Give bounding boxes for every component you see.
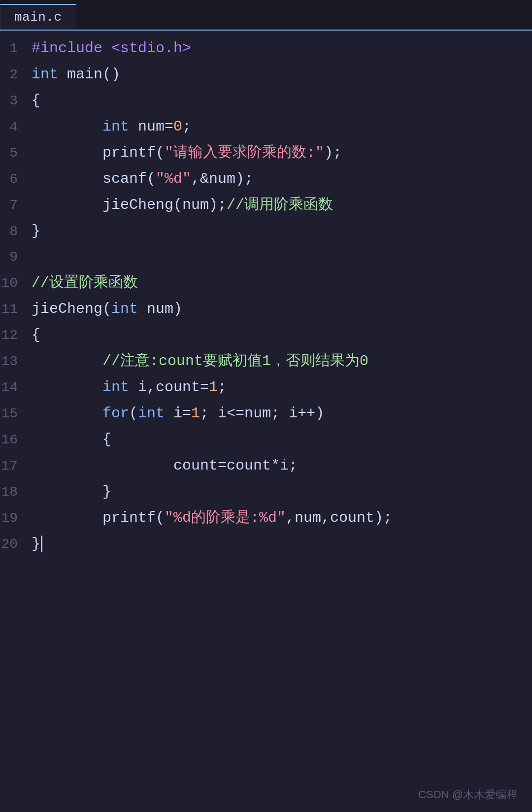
code-line: 12{ <box>0 322 532 348</box>
code-line: 1#include <stdio.h> <box>0 35 532 62</box>
code-line: 2int main() <box>0 62 532 88</box>
line-number: 11 <box>0 297 26 322</box>
line-number: 15 <box>0 401 26 427</box>
code-token: 1 <box>209 379 218 396</box>
code-token: ; i<=num; i++) <box>200 405 324 422</box>
line-content: } <box>26 479 532 505</box>
code-token: "%d的阶乘是:%d" <box>165 509 286 526</box>
line-content: //设置阶乘函数 <box>26 270 532 296</box>
code-token: 0 <box>173 118 182 135</box>
code-token: num) <box>138 301 182 317</box>
code-line: 20} <box>0 531 532 557</box>
line-number: 6 <box>0 167 26 192</box>
code-line: 18 } <box>0 479 532 505</box>
code-token: count=count*i; <box>32 457 298 474</box>
line-number: 14 <box>0 375 26 401</box>
code-token: //设置阶乘函数 <box>32 274 138 291</box>
line-content: } <box>26 531 532 557</box>
line-content: { <box>26 427 532 452</box>
code-token: int <box>32 66 58 83</box>
code-token: i= <box>165 405 191 422</box>
code-token: } <box>32 483 111 500</box>
line-number: 12 <box>0 323 26 348</box>
line-content: jieCheng(int num) <box>26 296 532 322</box>
code-token: i,count= <box>129 379 209 396</box>
code-token: jieCheng(num); <box>32 197 227 213</box>
code-token: } <box>32 223 40 239</box>
code-line: 7 jieCheng(num);//调用阶乘函数 <box>0 192 532 218</box>
code-token: ( <box>129 405 138 422</box>
code-token: "%d" <box>156 170 191 187</box>
code-line: 15 for(int i=1; i<=num; i++) <box>0 401 532 427</box>
code-editor: 1#include <stdio.h>2int main()3{4 int nu… <box>0 31 532 562</box>
code-line: 6 scanf("%d",&num); <box>0 166 532 192</box>
code-token: scanf( <box>32 170 156 187</box>
code-token <box>32 379 102 396</box>
line-number: 16 <box>0 427 26 453</box>
line-number: 4 <box>0 114 26 140</box>
line-number: 20 <box>0 532 26 557</box>
code-token: printf( <box>32 509 165 526</box>
line-number: 5 <box>0 140 26 166</box>
line-number: 10 <box>0 271 26 296</box>
code-token: 1 <box>191 405 200 422</box>
line-content: int num=0; <box>26 114 532 139</box>
line-number: 7 <box>0 193 26 218</box>
line-number: 1 <box>0 36 26 62</box>
code-line: 19 printf("%d的阶乘是:%d",num,count); <box>0 505 532 531</box>
code-token: for <box>102 405 129 422</box>
code-line: 3{ <box>0 88 532 114</box>
code-line: 17 count=count*i; <box>0 453 532 479</box>
code-line: 9 <box>0 244 532 270</box>
code-token: ; <box>218 379 227 396</box>
code-token: jieCheng( <box>32 301 111 317</box>
code-token: "请输入要求阶乘的数:" <box>165 144 324 161</box>
code-line: 10//设置阶乘函数 <box>0 270 532 296</box>
code-token: main() <box>58 66 120 83</box>
line-number: 19 <box>0 506 26 531</box>
line-content: //注意:count要赋初值1，否则结果为0 <box>26 348 532 374</box>
code-token: int <box>111 301 138 317</box>
line-content: for(int i=1; i<=num; i++) <box>26 401 532 426</box>
code-token <box>32 405 102 422</box>
code-line: 5 printf("请输入要求阶乘的数:"); <box>0 140 532 166</box>
line-content: int i,count=1; <box>26 374 532 400</box>
line-content: count=count*i; <box>26 453 532 478</box>
code-line: 16 { <box>0 427 532 453</box>
line-number: 9 <box>0 244 26 270</box>
code-token: int <box>102 118 129 135</box>
code-token: { <box>32 92 40 109</box>
line-content: printf("%d的阶乘是:%d",num,count); <box>26 505 532 531</box>
code-token: //调用阶乘函数 <box>227 197 333 213</box>
code-token <box>32 118 102 135</box>
code-line: 13 //注意:count要赋初值1，否则结果为0 <box>0 348 532 374</box>
code-token: ; <box>182 118 191 135</box>
code-token: ); <box>324 144 342 161</box>
code-line: 8} <box>0 218 532 244</box>
tab-main-c[interactable]: main.c <box>0 4 76 30</box>
line-content: int main() <box>26 62 532 87</box>
code-token: #include <stdio.h> <box>32 40 191 57</box>
code-token: ,&num); <box>191 170 253 187</box>
line-content: { <box>26 88 532 113</box>
line-number: 18 <box>0 479 26 505</box>
line-number: 13 <box>0 349 26 374</box>
code-line: 11jieCheng(int num) <box>0 296 532 322</box>
code-token: int <box>138 405 165 422</box>
line-content: scanf("%d",&num); <box>26 166 532 192</box>
text-cursor <box>41 536 42 552</box>
code-token: num= <box>129 118 173 135</box>
line-number: 2 <box>0 62 26 88</box>
line-content: #include <stdio.h> <box>26 35 532 61</box>
code-token: //注意:count要赋初值1，否则结果为0 <box>32 353 368 370</box>
code-line: 4 int num=0; <box>0 114 532 140</box>
line-content: jieCheng(num);//调用阶乘函数 <box>26 192 532 218</box>
line-content: printf("请输入要求阶乘的数:"); <box>26 140 532 166</box>
code-token: int <box>102 379 129 396</box>
line-content: } <box>26 218 532 244</box>
code-token: printf( <box>32 144 165 161</box>
tab-bar: main.c <box>0 0 532 31</box>
code-token: { <box>32 327 40 343</box>
watermark: CSDN @木木爱编程 <box>418 787 517 802</box>
code-line: 14 int i,count=1; <box>0 374 532 401</box>
